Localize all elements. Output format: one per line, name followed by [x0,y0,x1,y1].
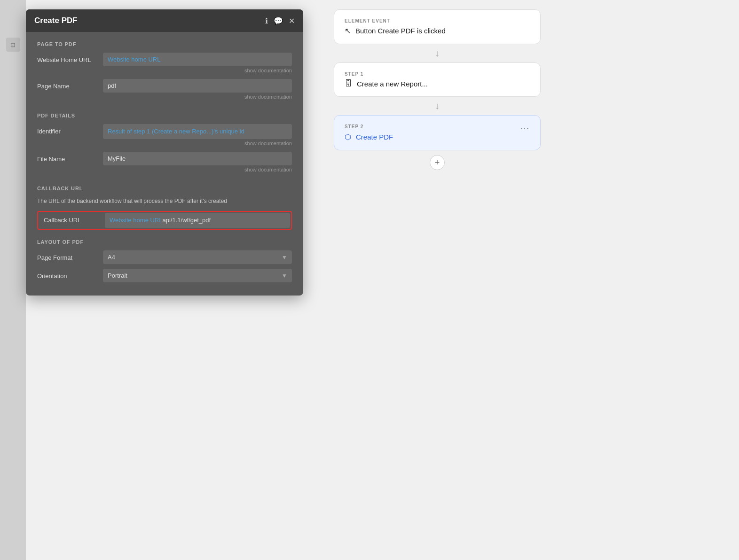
callback-url-box: Callback URL Website home URLapi/1.1/wf/… [37,211,292,230]
down-arrow-icon-2: ↓ [435,101,440,111]
page-format-col: A4 ▼ [103,250,292,264]
info-icon[interactable]: ℹ [265,16,268,25]
orientation-dropdown[interactable]: Portrait ▼ [103,269,292,282]
identifier-row: Identifier Result of step 1 (Create a ne… [37,124,292,150]
pdf-create-icon: ⬡ [345,132,351,141]
modal-title: Create PDF [34,16,78,25]
element-event-card: ELEMENT EVENT ↖ Button Create PDF is cli… [334,9,541,44]
page-name-show-doc[interactable]: show documentation [103,94,292,100]
step2-more-options[interactable]: ··· [521,124,530,132]
step2-sublabel: STEP 2 [345,124,363,129]
orientation-arrow-icon: ▼ [282,272,287,279]
step1-sublabel: STEP 1 [345,71,530,77]
modal-header-icons: ℹ 💬 ✕ [265,16,295,25]
page-format-arrow-icon: ▼ [282,254,287,261]
arrow-1: ↓ [334,48,541,59]
file-name-input[interactable]: MyFile [103,152,292,165]
add-step-button[interactable]: + [430,155,445,170]
page-name-label: Page Name [37,79,103,90]
plus-icon: + [435,158,440,168]
identifier-col: Result of step 1 (Create a new Repo...)'… [103,124,292,150]
page-name-row: Page Name pdf show documentation [37,79,292,103]
create-pdf-modal: Create PDF ℹ 💬 ✕ PAGE TO PDF Website Hom… [26,9,303,296]
database-icon: 🗄 [345,79,352,88]
workflow-panel: ELEMENT EVENT ↖ Button Create PDF is cli… [320,9,555,170]
arrow-2: ↓ [334,101,541,111]
chat-icon[interactable]: 💬 [274,16,283,25]
identifier-input[interactable]: Result of step 1 (Create a new Repo...)'… [103,124,292,139]
orientation-value: Portrait [108,272,127,279]
step2-content: ⬡ Create PDF [345,132,530,141]
identifier-show-doc[interactable]: show documentation [103,140,292,146]
callback-url-inner: Callback URL Website home URLapi/1.1/wf/… [39,213,290,228]
website-home-url-label: Website Home URL [37,53,103,63]
close-icon[interactable]: ✕ [289,16,295,25]
orientation-col: Portrait ▼ [103,269,292,282]
file-name-row: File Name MyFile show documentation [37,152,292,176]
page-format-label: Page Format [37,250,103,261]
orientation-row: Orientation Portrait ▼ [37,269,292,282]
callback-url-blue-text: Website home URL [110,217,162,224]
page-format-value: A4 [108,254,115,261]
callback-url-value[interactable]: Website home URLapi/1.1/wf/get_pdf [105,213,290,228]
file-name-show-doc[interactable]: show documentation [103,167,292,172]
element-event-sublabel: ELEMENT EVENT [345,18,530,23]
website-home-url-show-doc[interactable]: show documentation [103,68,292,73]
orientation-label: Orientation [37,269,103,280]
pdf-details-section-label: PDF DETAILS [37,113,292,118]
page-name-col: pdf show documentation [103,79,292,103]
modal-body: PAGE TO PDF Website Home URL Website hom… [26,41,303,296]
step1-text: Create a new Report... [357,80,428,88]
callback-url-normal-text: api/1.1/wf/get_pdf [162,217,211,224]
page-format-row: Page Format A4 ▼ [37,250,292,264]
identifier-label: Identifier [37,124,103,135]
callback-url-label: Callback URL [39,213,105,227]
step2-header: STEP 2 ··· [345,124,530,132]
page-format-dropdown[interactable]: A4 ▼ [103,250,292,264]
file-name-label: File Name [37,152,103,163]
website-home-url-row: Website Home URL Website home URL show d… [37,53,292,77]
down-arrow-icon-1: ↓ [435,48,440,59]
step1-content: 🗄 Create a new Report... [345,79,530,88]
step1-card[interactable]: STEP 1 🗄 Create a new Report... [334,62,541,97]
modal-header: Create PDF ℹ 💬 ✕ [26,9,303,32]
layout-of-pdf-section-label: LAYOUT OF PDF [37,239,292,245]
step2-text: Create PDF [356,133,393,141]
sidebar-icon: ⊡ [6,38,20,52]
element-event-content: ↖ Button Create PDF is clicked [345,26,530,35]
left-sidebar: ⊡ [0,0,26,560]
website-home-url-col: Website home URL show documentation [103,53,292,77]
page-name-input[interactable]: pdf [103,79,292,93]
main-area: ⊡ Create PDF ℹ 💬 ✕ PAGE TO PDF Website H… [0,0,739,560]
callback-url-description: The URL of the backend workflow that wil… [37,197,292,205]
element-event-text: Button Create PDF is clicked [355,27,446,35]
website-home-url-input[interactable]: Website home URL [103,53,292,66]
file-name-col: MyFile show documentation [103,152,292,176]
step2-card[interactable]: STEP 2 ··· ⬡ Create PDF [334,115,541,150]
callback-url-section-label: CALLBACK URL [37,186,292,191]
cursor-icon: ↖ [345,26,351,35]
page-to-pdf-section-label: PAGE TO PDF [37,41,292,47]
